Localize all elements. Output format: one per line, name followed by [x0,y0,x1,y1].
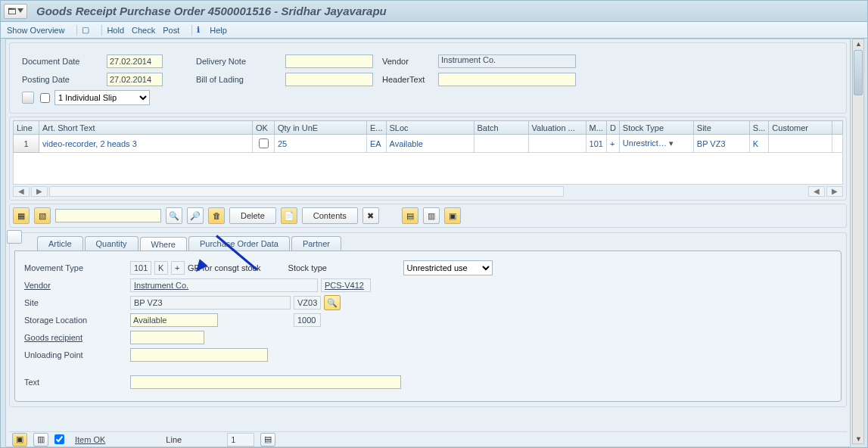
mvt-spec: K [154,261,168,275]
hold-link[interactable]: Hold [107,26,124,35]
print-icon[interactable] [22,92,34,104]
find-icon[interactable]: 🔍 [166,207,182,224]
site-label: Site [24,298,130,307]
detail-area: Article Quantity Where Purchase Order Da… [9,232,847,407]
next-item-icon[interactable]: ▥ [33,433,48,446]
form-icon: 🗔 [8,7,16,16]
headertext-input[interactable] [438,73,576,86]
deselect-all-icon[interactable]: ▧ [34,207,51,224]
docdate-input[interactable] [107,54,163,68]
row-ok-checkbox[interactable] [259,138,269,148]
select-all-icon[interactable]: ▦ [13,207,30,224]
detail-tabs: Article Quantity Where Purchase Order Da… [37,236,846,250]
trash-icon[interactable]: 🗑 [208,207,225,224]
check-link[interactable]: Check [132,26,155,35]
tab-article[interactable]: Article [37,236,83,250]
scroll-right-icon[interactable]: ▶ [826,186,843,197]
stock-type-label: Stock type [288,263,403,272]
goods-recipient-label[interactable]: Goods recipient [24,333,130,342]
tab-pod[interactable]: Purchase Order Data [188,236,290,250]
find-next-icon[interactable]: 🔎 [187,207,204,224]
help-label: Help [210,26,227,35]
where-pane: Movement Type 101 K + GR for consgt stoc… [14,250,842,402]
variant-icon[interactable]: ▣ [444,207,461,224]
bol-label: Bill of Lading [196,75,285,84]
item-ok-checkbox[interactable] [54,434,64,444]
docdate-label: Document Date [22,57,107,66]
chevron-down-icon [17,8,23,14]
item-ok-label[interactable]: Item OK [75,435,105,444]
items-area: Line Art. Short Text OK Qty in UnE E... … [9,117,847,201]
goods-recipient-input[interactable] [130,331,204,344]
mvt-code: 101 [130,261,151,275]
doc-header: Document Date Delivery Note Vendor Instr… [9,42,847,114]
bol-input[interactable] [285,73,373,86]
chevron-down-icon[interactable]: ▾ [669,138,674,148]
vendor-header-label: Vendor [382,57,438,66]
help-link[interactable]: ℹHelp [197,25,227,36]
export-icon[interactable]: ▥ [423,207,440,224]
app-window: 🗔 Goods Receipt Purchase Order 450000151… [0,0,868,448]
contents-icon[interactable]: 📄 [281,207,297,224]
tab-quantity[interactable]: Quantity [85,236,138,250]
mvt-sign: + [171,261,185,275]
stock-type-select[interactable]: Unrestricted use [403,260,493,275]
blank-page-icon: ▢ [82,25,89,35]
site-search-icon[interactable]: 🔍 [324,295,341,310]
text-input[interactable] [130,375,401,389]
vertical-scrollbar[interactable]: ▲ ▼ [852,39,864,444]
vendor-header-value: Instrument Co. [438,54,576,68]
line-nav-icon[interactable]: ▤ [260,433,275,446]
contents-button[interactable]: Contents [302,207,358,224]
postdate-label: Posting Date [22,75,107,84]
site-value: BP VZ3 [130,296,291,310]
title-bar-menu-button[interactable]: 🗔 [4,4,27,19]
items-grid: Line Art. Short Text OK Qty in UnE E... … [13,120,843,185]
grid-toolbar: ▦ ▧ 🔍 🔎 🗑 Delete 📄 Contents ✖ ▤ ▥ ▣ [9,204,847,228]
find-input[interactable] [55,209,161,222]
delete-button[interactable]: Delete [229,207,276,224]
new-doc-link[interactable]: ▢ [82,25,89,35]
vendor-label[interactable]: Vendor [24,281,130,290]
item-footer: ▣ ▥ Item OK Line 1 ▤ [9,431,847,446]
settings-icon[interactable]: ✖ [362,207,379,224]
post-link[interactable]: Post [163,26,179,35]
sloc-input[interactable] [130,313,218,327]
window-title: Goods Receipt Purchase Order 4500001516 … [36,5,387,17]
toolbar-sep [76,25,77,36]
line-number: 1 [227,433,254,446]
scroll-down-icon[interactable]: ▼ [855,435,862,443]
vendor-code[interactable]: PCS-V412 [321,278,371,292]
slip-checkbox[interactable] [40,93,50,103]
scroll-left-icon[interactable]: ◀ [808,186,825,197]
grid-header-row: Line Art. Short Text OK Qty in UnE E... … [14,121,843,135]
tab-where[interactable]: Where [140,237,187,251]
main-panel: Document Date Delivery Note Vendor Instr… [5,39,851,447]
mvt-desc: GR for consgt stock [188,263,261,272]
text-label: Text [24,378,130,387]
table-row[interactable]: 1 video-recorder, 2 heads 3 25 EA Availa… [14,135,843,153]
sloc-label: Storage Location [24,316,130,325]
info-icon: ℹ [197,25,207,36]
expand-icon[interactable]: ▣ [12,433,27,446]
scroll-right-icon[interactable]: ▶ [31,186,48,197]
scroll-up-icon[interactable]: ▲ [855,40,862,48]
grid-scrollbar: ◀▶ ◀▶ [13,186,843,197]
postdate-input[interactable] [107,73,163,86]
slip-select[interactable]: 1 Individual Slip [54,90,150,105]
tab-partner[interactable]: Partner [291,236,341,250]
headertext-label: HeaderText [382,75,438,84]
vendor-value[interactable]: Instrument Co. [130,278,318,292]
unload-input[interactable] [130,348,268,362]
grid-config-icon[interactable] [832,121,843,135]
scroll-thumb[interactable] [854,50,863,95]
scroll-left-icon[interactable]: ◀ [13,186,30,197]
collapse-detail-icon[interactable] [7,230,22,244]
delnote-label: Delivery Note [196,57,285,66]
toolbar: Show Overview ▢ Hold Check Post ℹHelp [1,22,867,39]
layout-icon[interactable]: ▤ [402,207,418,224]
line-label: Line [166,435,182,444]
show-overview-link[interactable]: Show Overview [7,26,64,35]
delnote-input[interactable] [285,54,373,68]
title-bar: 🗔 Goods Receipt Purchase Order 450000151… [1,1,867,22]
